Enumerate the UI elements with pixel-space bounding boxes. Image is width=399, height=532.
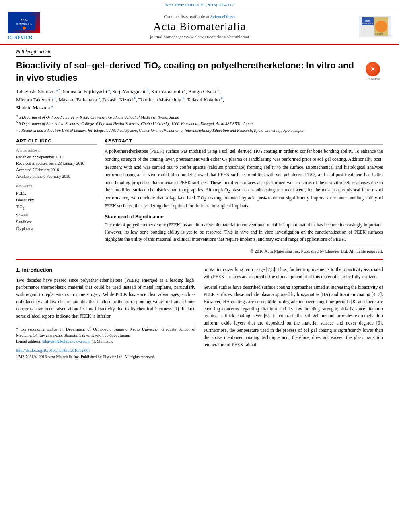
doi-block: http://dx.doi.org/10.1016/j.actbio.2016.… <box>16 347 195 360</box>
article-dates: Received 22 September 2015 Received in r… <box>16 154 97 180</box>
crossmark-label: CrossMark <box>366 77 380 81</box>
doi-link-line: http://dx.doi.org/10.1016/j.actbio.2016.… <box>16 347 195 354</box>
significance-text: The role of polyetheretherketone (PEEK) … <box>105 222 383 243</box>
abstract-column: ABSTRACT A polyetheretherketone (PEEK) s… <box>105 138 383 254</box>
svg-text:ACTA: ACTA <box>21 19 28 22</box>
sciencedirect-link[interactable]: ScienceDirect <box>210 14 235 19</box>
keyword-2: Bioactivity <box>16 197 97 203</box>
crossmark-icon: ✕ <box>366 62 380 76</box>
affiliations: a a Department of Orthopedic Surgery, Ky… <box>16 114 383 134</box>
article-title-block: Bioactivity of sol–gel–derived TiO2 coat… <box>16 60 383 84</box>
svg-text:ELSEVIER: ELSEVIER <box>375 33 383 35</box>
copyright-line: © 2016 Acta Materialia Inc. Published by… <box>105 246 383 253</box>
journal-title: Acta Biomaterialia <box>44 20 355 33</box>
journal-citation: Acta Biomaterialia 35 (2016) 305–317 <box>165 2 234 7</box>
svg-text:ACTA: ACTA <box>365 20 370 22</box>
elsevier-logo: ACTA BIOMATERIALIA ELSEVIER <box>8 12 44 41</box>
email-link[interactable]: takayosh@kuhp.kyoto-u.ac.jp <box>42 339 90 343</box>
svg-point-9 <box>375 21 387 33</box>
body-left-col: 1. Introduction Two decades have passed … <box>16 266 195 360</box>
article-type: Full length article <box>16 49 51 57</box>
article-info-label: ARTICLE INFO <box>16 138 97 145</box>
homepage-line: journal homepage: www.elsevier.com/locat… <box>44 34 355 39</box>
contents-line: Contents lists available at ScienceDirec… <box>44 14 355 19</box>
history-label: Article history: <box>16 148 97 152</box>
authors-line: Takayoshi Shimizu a,*, Shunsuke Fujibaya… <box>16 88 383 112</box>
accepted-date: Accepted 5 February 2016 <box>16 167 97 173</box>
intro-para1: Two decades have passed since polyether-… <box>16 277 195 320</box>
svg-point-3 <box>23 27 26 30</box>
received-revised-date: Received in revised form 28 January 2016 <box>16 160 97 167</box>
keyword-5: Sandblast <box>16 218 97 225</box>
email-note: E-mail address: takayosh@kuhp.kyoto-u.ac… <box>16 338 195 344</box>
svg-text:BIOMATERIALIA: BIOMATERIALIA <box>362 23 373 25</box>
body-right-para1: to titanium over long-term usage [2,3]. … <box>204 266 383 281</box>
affiliation-c: c c Research and Education Unit of Leade… <box>16 127 383 134</box>
section-divider <box>16 259 383 260</box>
journal-header: ACTA BIOMATERIALIA ELSEVIER Contents lis… <box>0 9 399 45</box>
keyword-1: PEEK <box>16 190 97 197</box>
intro-heading: 1. Introduction <box>16 266 195 274</box>
footnote-block: * Corresponding author at: Department of… <box>16 324 195 344</box>
journal-citation-bar: Acta Biomaterialia 35 (2016) 305–317 <box>0 0 399 9</box>
keyword-4: Sol–gel <box>16 212 97 218</box>
body-right-col: to titanium over long-term usage [2,3]. … <box>204 266 383 360</box>
available-online-date: Available online 6 February 2016 <box>16 173 97 180</box>
body-right-para2: Several studies have described surface c… <box>204 284 383 348</box>
copyright-footer: 1742-7061/© 2016 Acta Materialia Inc. Pu… <box>16 354 195 360</box>
elsevier-wordmark: ELSEVIER <box>8 35 33 41</box>
crossmark-badge[interactable]: ✕ CrossMark <box>363 62 383 81</box>
journal-cover-image: ACTA BIOMATERIALIA ELSEVIER <box>359 16 391 37</box>
keywords-list: PEEK Bioactivity TiO2 Sol–gel Sandblast … <box>16 190 97 233</box>
article-info-abstract-columns: ARTICLE INFO Article history: Received 2… <box>16 138 383 254</box>
keyword-3: TiO2 <box>16 203 97 212</box>
keywords-label: Keywords: <box>16 184 97 188</box>
doi-link[interactable]: http://dx.doi.org/10.1016/j.actbio.2016.… <box>16 348 90 353</box>
elsevier-logo-image: ACTA BIOMATERIALIA <box>8 12 40 33</box>
affiliation-a: a a Department of Orthopedic Surgery, Ky… <box>16 114 383 120</box>
received-date: Received 22 September 2015 <box>16 154 97 160</box>
affiliation-b: b b Department of Biomedical Sciences, C… <box>16 120 383 127</box>
abstract-text: A polyetheretherketone (PEEK) surface wa… <box>105 148 383 210</box>
keyword-6: O2 plasma <box>16 225 97 233</box>
main-content: Full length article Bioactivity of sol–g… <box>0 45 399 368</box>
corresponding-author-note: * Corresponding author at: Department of… <box>16 326 195 338</box>
article-info-column: ARTICLE INFO Article history: Received 2… <box>16 138 97 254</box>
svg-text:BIOMATERIALIA: BIOMATERIALIA <box>16 23 32 25</box>
article-title: Bioactivity of sol–gel–derived TiO2 coat… <box>16 60 359 84</box>
significance-title: Statement of Significance <box>105 214 383 220</box>
journal-header-center: Contents lists available at ScienceDirec… <box>44 14 355 39</box>
body-two-columns: 1. Introduction Two decades have passed … <box>16 266 383 360</box>
journal-logo-right: ACTA BIOMATERIALIA ELSEVIER <box>355 16 391 37</box>
abstract-label: ABSTRACT <box>105 138 383 145</box>
